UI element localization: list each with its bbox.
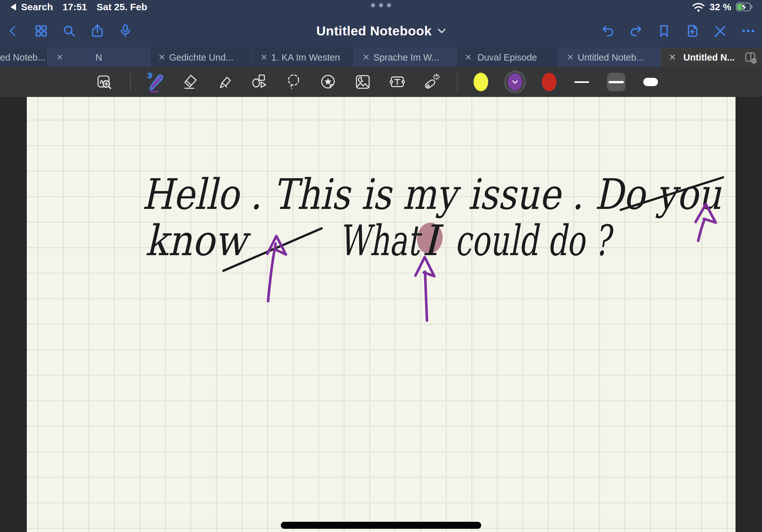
toolbar-divider xyxy=(130,73,131,91)
eraser-tool-icon[interactable] xyxy=(181,72,200,92)
notebook-tab[interactable]: ed Noteb... xyxy=(0,48,48,67)
battery-charging-icon xyxy=(736,2,754,12)
tab-close-icon[interactable]: ✕ xyxy=(465,53,472,62)
image-tool-icon[interactable] xyxy=(353,72,372,92)
text-tool-icon[interactable] xyxy=(388,72,407,92)
notebook-tab[interactable]: ✕ Duval Episode xyxy=(456,48,559,67)
status-date: Sat 25. Feb xyxy=(97,2,147,13)
lasso-tool-icon[interactable] xyxy=(285,72,303,92)
tab-close-icon[interactable]: ✕ xyxy=(362,53,370,62)
stylus-disable-icon[interactable] xyxy=(713,24,727,38)
page-sidebar-icon[interactable] xyxy=(744,51,758,66)
bookmark-icon[interactable] xyxy=(657,24,671,38)
stroke-width-medium-selected[interactable] xyxy=(607,73,625,91)
tab-close-icon[interactable]: ✕ xyxy=(669,53,676,62)
tab-close-icon[interactable]: ✕ xyxy=(261,53,268,62)
tab-bar: ed Noteb... ✕ N ✕ Gedichte Und... ✕ 1. K… xyxy=(0,48,762,67)
tab-close-icon[interactable]: ✕ xyxy=(567,53,574,62)
bluetooth-pen-tool-icon[interactable] xyxy=(147,72,165,92)
redo-icon[interactable] xyxy=(629,24,643,38)
share-icon[interactable] xyxy=(90,24,105,38)
top-chrome: Search 17:51 Sat 25. Feb 32 % xyxy=(0,0,762,48)
color-swatch-purple-selected[interactable] xyxy=(504,71,526,94)
status-time: 17:51 xyxy=(62,2,87,13)
zoom-writing-tool-icon[interactable] xyxy=(96,72,114,92)
back-to-app-icon[interactable] xyxy=(10,3,17,11)
app-screen: Search 17:51 Sat 25. Feb 32 % xyxy=(0,0,762,532)
notebook-tab[interactable]: ✕ N xyxy=(48,48,150,67)
add-page-icon[interactable] xyxy=(685,24,700,38)
grid-view-icon[interactable] xyxy=(34,24,48,38)
pen-toolbar xyxy=(0,67,762,97)
more-options-icon[interactable] xyxy=(741,24,756,38)
laser-pointer-tool-icon[interactable] xyxy=(422,72,441,92)
multitasking-dots-icon[interactable] xyxy=(371,3,391,7)
grid-paper[interactable] xyxy=(27,97,735,532)
notebook-tab[interactable]: ✕ Sprache Im W... xyxy=(354,48,456,67)
chevron-down-icon xyxy=(437,28,446,34)
stroke-width-thick[interactable] xyxy=(642,73,660,91)
notebook-tab[interactable]: ✕ 1. KA Im Westen xyxy=(252,48,354,67)
stroke-width-thin[interactable] xyxy=(572,73,591,91)
microphone-icon[interactable] xyxy=(118,24,133,38)
notebook-tab[interactable]: ✕ Gedichte Und... xyxy=(150,48,252,67)
shapes-tool-icon[interactable] xyxy=(250,72,269,92)
chevron-down-icon xyxy=(512,80,518,84)
nav-bar: Untitled Notebook xyxy=(0,14,762,48)
back-icon[interactable] xyxy=(6,24,21,38)
highlighter-tool-icon[interactable] xyxy=(216,72,234,92)
notebook-title-label: Untitled Notebook xyxy=(316,24,432,38)
search-icon[interactable] xyxy=(62,24,77,38)
color-swatch-yellow[interactable] xyxy=(474,73,488,91)
toolbar-divider xyxy=(457,73,458,91)
notebook-title[interactable]: Untitled Notebook xyxy=(316,24,446,38)
tab-close-icon[interactable]: ✕ xyxy=(56,53,63,62)
undo-icon[interactable] xyxy=(600,24,615,38)
notebook-tab[interactable]: ✕ Untitled Noteb... xyxy=(559,48,660,67)
status-bar: Search 17:51 Sat 25. Feb 32 % xyxy=(0,0,762,14)
notebook-tab[interactable]: ✕ Untitled N... xyxy=(660,48,762,67)
wifi-icon xyxy=(692,2,705,12)
note-canvas[interactable]: Hello . This is my issue . Do you know W… xyxy=(0,97,762,532)
tab-label: ed Noteb... xyxy=(0,52,47,63)
home-indicator[interactable] xyxy=(281,522,481,529)
back-to-app-label[interactable]: Search xyxy=(21,2,53,13)
color-swatch-red[interactable] xyxy=(542,73,557,91)
battery-percent: 32 % xyxy=(710,2,731,13)
tab-close-icon[interactable]: ✕ xyxy=(158,53,166,62)
sticker-tool-icon[interactable] xyxy=(319,72,338,92)
